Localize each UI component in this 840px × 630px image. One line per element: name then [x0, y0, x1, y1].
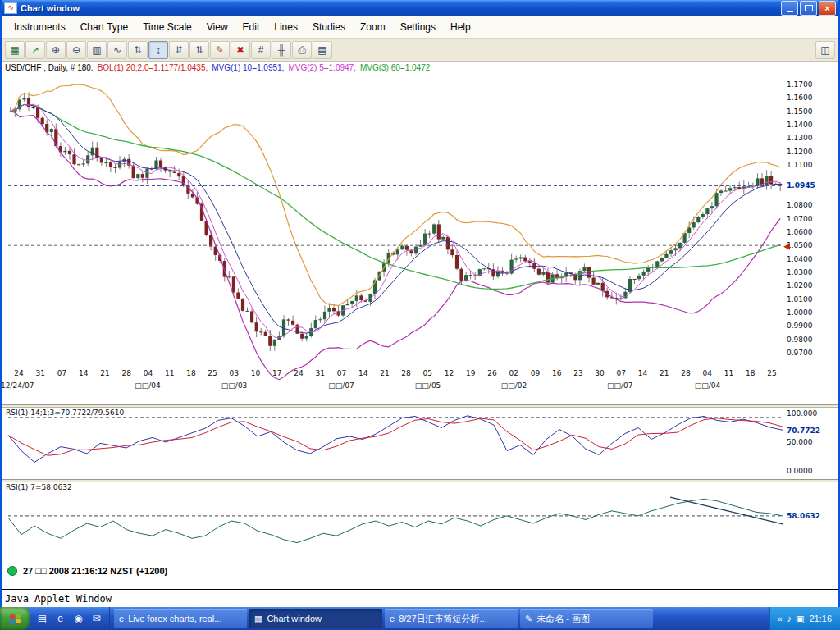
svg-text:02: 02 [509, 369, 518, 377]
ie-icon[interactable]: e [53, 613, 67, 624]
main-price-chart[interactable]: 1.17001.16001.15001.14001.13001.12001.11… [2, 73, 838, 404]
svg-text:12: 12 [445, 369, 454, 377]
svg-text:1.1600: 1.1600 [787, 94, 813, 102]
task-label: 8/27日汇市简短分析... [399, 613, 487, 625]
menu-time-scale[interactable]: Time Scale [135, 19, 199, 35]
task-button[interactable]: e8/27日汇市简短分析... [385, 609, 518, 628]
show-desktop-icon[interactable]: ▤ [35, 613, 49, 624]
minimize-button[interactable] [781, 1, 798, 16]
menu-studies[interactable]: Studies [305, 19, 353, 35]
svg-text:21: 21 [380, 369, 389, 377]
print-button[interactable]: ⎙ [292, 41, 312, 59]
candle-type-3-button[interactable]: ⇵ [169, 41, 189, 59]
task-button[interactable]: ▦Chart window [249, 609, 382, 628]
menu-instruments[interactable]: Instruments [7, 19, 73, 35]
svg-text:09: 09 [531, 369, 541, 377]
tray-chevron-icon[interactable]: « [777, 614, 782, 623]
svg-text:23: 23 [573, 369, 582, 377]
grid-dense-button[interactable]: ╫ [272, 41, 291, 59]
task-label: Live forex charts, real... [128, 614, 221, 623]
print-preview-button[interactable]: ▤ [313, 41, 332, 59]
delete-object-button[interactable]: ✖ [231, 41, 250, 59]
menu-edit[interactable]: Edit [235, 19, 267, 35]
candle-type-4-button[interactable]: ⇅ [189, 41, 209, 59]
svg-text:1.0600: 1.0600 [787, 228, 813, 236]
windows-flag-icon [10, 614, 21, 624]
svg-text:04: 04 [144, 369, 153, 377]
svg-text:25: 25 [767, 369, 776, 377]
symbol-label: USD/CHF , Daily, # 180. [5, 63, 94, 72]
svg-text:100.000: 100.000 [787, 409, 817, 418]
svg-text:31: 31 [36, 369, 45, 377]
mvg2-label: MVG(2) 5=1.0947, [288, 63, 356, 72]
svg-text:50.000: 50.000 [787, 438, 813, 446]
svg-text:04: 04 [702, 369, 712, 377]
svg-text:28: 28 [121, 369, 131, 377]
svg-text:1.0500: 1.0500 [787, 241, 813, 249]
taskbar: ▤e◉✉ eLive forex charts, real...▦Chart w… [0, 607, 840, 630]
svg-text:26: 26 [487, 369, 497, 377]
menu-view[interactable]: View [199, 19, 235, 35]
zoom-in-button[interactable]: ⊕ [46, 41, 66, 59]
task-icon: e [390, 614, 395, 623]
volume-icon[interactable]: ♪ [788, 614, 792, 624]
line-chart-type-button[interactable]: ∿ [107, 41, 127, 59]
svg-text:11: 11 [165, 369, 174, 377]
horizontal-guide-lines [8, 185, 783, 245]
svg-text:24: 24 [294, 369, 304, 377]
chart-client-area: USD/CHF , Daily, # 180. BOL(1) 20;2.0=1.… [2, 62, 838, 589]
svg-text:17: 17 [272, 369, 281, 377]
svg-text:1.0000: 1.0000 [787, 308, 813, 317]
instrument-grid-button[interactable]: ▦ [5, 41, 25, 59]
browser-icon[interactable]: ◉ [71, 613, 85, 624]
svg-text:□□/07: □□/07 [607, 381, 633, 390]
bollinger-label: BOL(1) 20;2.0=1.1177/1.0435, [98, 63, 208, 72]
candle-type-1-button[interactable]: ⇅ [128, 41, 148, 59]
svg-text:1.0200: 1.0200 [787, 281, 813, 290]
svg-text:1.0300: 1.0300 [787, 268, 813, 276]
svg-text:12/24/07: 12/24/07 [2, 381, 34, 390]
task-button[interactable]: eLive forex charts, real... [114, 609, 247, 628]
restore-button[interactable] [800, 1, 817, 16]
start-button[interactable] [0, 607, 30, 630]
menubar: InstrumentsChart TypeTime ScaleViewEditL… [2, 16, 838, 39]
stochastic-indicator-panel[interactable]: 100.00050.0000.000070.7722RSI(1) 14;1;3=… [2, 407, 838, 479]
draw-line-button[interactable]: ✎ [210, 41, 230, 59]
candle-type-2-button[interactable]: ↨ [148, 41, 168, 59]
svg-text:14: 14 [358, 369, 368, 377]
indicator2-label: RSI(1) 7=58.0632 [6, 483, 72, 491]
svg-text:14: 14 [638, 369, 648, 377]
menu-help[interactable]: Help [443, 19, 478, 35]
time-axis: 2431071421280411182503101724310714212805… [2, 369, 777, 390]
svg-text:1.1100: 1.1100 [787, 161, 813, 169]
titlebar[interactable]: ∿ Chart window × [2, 0, 838, 16]
window-title: Chart window [21, 3, 778, 13]
trend-line [670, 497, 783, 524]
svg-text:0.0000: 0.0000 [787, 467, 813, 475]
svg-text:0.9800: 0.9800 [787, 336, 813, 344]
menu-chart-type[interactable]: Chart Type [73, 19, 135, 35]
rsi-indicator-panel[interactable]: 58.0632RSI(1) 7=58.0632 [2, 482, 838, 559]
dock-panel-button[interactable]: ◫ [815, 41, 835, 59]
svg-text:03: 03 [230, 369, 239, 377]
mvg1-label: MVG(1) 10=1.0951, [212, 63, 284, 72]
mail-icon[interactable]: ✉ [89, 613, 103, 624]
svg-text:07: 07 [617, 369, 626, 377]
toolbar: ▦↗⊕⊖▥∿⇅↨⇵⇅✎✖#╫⎙▤◫ [2, 39, 838, 62]
bar-chart-type-button[interactable]: ▥ [87, 41, 107, 59]
task-button[interactable]: ✎未命名 - 画图 [520, 609, 653, 628]
menu-zoom[interactable]: Zoom [353, 19, 393, 35]
svg-text:05: 05 [423, 369, 432, 377]
mvg3-label: MVG(3) 60=1.0472 [360, 63, 430, 72]
network-icon[interactable]: ▣ [796, 614, 804, 624]
menu-lines[interactable]: Lines [267, 19, 305, 35]
grid-toggle-button[interactable]: # [251, 41, 271, 59]
svg-text:14: 14 [79, 369, 89, 377]
svg-text:1.1500: 1.1500 [787, 107, 813, 116]
menu-settings[interactable]: Settings [393, 19, 443, 35]
close-button[interactable]: × [819, 1, 836, 16]
svg-text:□□/04: □□/04 [695, 381, 721, 390]
zoom-out-button[interactable]: ⊖ [66, 41, 86, 59]
svg-text:31: 31 [315, 369, 324, 377]
chart-shift-button[interactable]: ↗ [25, 41, 45, 59]
